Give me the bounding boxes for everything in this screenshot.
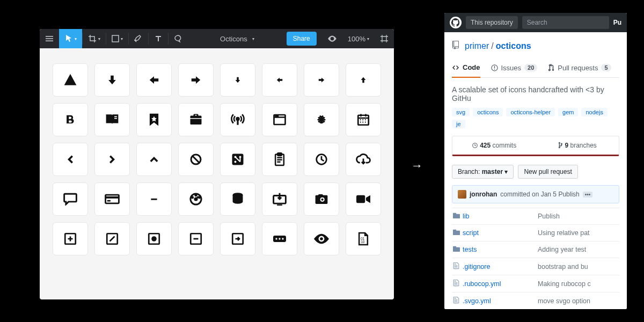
dashboard-icon[interactable] xyxy=(178,182,214,216)
arrow-down-icon[interactable] xyxy=(94,63,130,97)
svg-point-38 xyxy=(279,238,280,239)
commit-msg: Making rubocop c xyxy=(538,280,618,288)
briefcase-icon[interactable] xyxy=(178,103,214,136)
text-tool[interactable] xyxy=(149,29,168,48)
topic-chip[interactable]: octicons xyxy=(473,108,503,116)
arrow-small-right-icon[interactable] xyxy=(304,63,339,97)
desktop-download-icon[interactable] xyxy=(262,182,297,216)
layout-grid-icon[interactable] xyxy=(375,29,394,48)
file-name[interactable]: .gitignore xyxy=(463,263,538,270)
branch-selector[interactable]: Branch: master ▾ xyxy=(452,165,514,179)
svg-point-6 xyxy=(275,115,276,116)
arrow-right-icon[interactable] xyxy=(178,63,214,97)
cloud-download-icon[interactable] xyxy=(346,143,381,176)
bug-icon[interactable] xyxy=(304,103,339,136)
diff-added-icon[interactable] xyxy=(53,222,88,255)
chevron-left-icon[interactable] xyxy=(53,143,88,176)
pointer-tool[interactable]: ▾ xyxy=(59,29,82,48)
file-row[interactable]: .rubocop.ymlMaking rubocop c xyxy=(452,275,619,292)
file-name[interactable]: script xyxy=(463,229,538,237)
circuit-board-icon[interactable] xyxy=(220,143,255,176)
circle-slash-icon[interactable] xyxy=(178,143,214,176)
diff-renamed-icon[interactable] xyxy=(220,222,255,255)
topic-chip[interactable]: je xyxy=(452,120,465,128)
tab-code[interactable]: Code xyxy=(452,59,480,78)
ellipsis-icon[interactable]: ••• xyxy=(583,192,593,197)
file-list: libPublishscriptUsing relative pattestsA… xyxy=(452,208,619,309)
svg-point-37 xyxy=(275,238,277,239)
topic-chip[interactable]: gem xyxy=(558,108,578,116)
clippy-icon[interactable] xyxy=(262,143,297,176)
tab-pulls[interactable]: Pull requests5 xyxy=(548,59,611,77)
nav-link[interactable]: Pu xyxy=(613,19,621,26)
svg-point-22 xyxy=(195,195,196,196)
svg-rect-44 xyxy=(494,65,494,68)
device-camera-icon[interactable] xyxy=(304,182,339,216)
book-icon[interactable] xyxy=(94,103,130,136)
dash-icon[interactable] xyxy=(136,182,172,216)
credit-card-icon[interactable] xyxy=(94,182,130,216)
file-row[interactable]: libPublish xyxy=(452,208,619,224)
new-pr-button[interactable]: New pull request xyxy=(518,165,577,179)
arrow-small-down-icon[interactable] xyxy=(220,63,255,97)
svg-rect-16 xyxy=(277,153,282,156)
file-name[interactable]: lib xyxy=(463,213,538,220)
file-name[interactable]: .rubocop.yml xyxy=(463,280,538,288)
latest-commit[interactable]: jonrohan committed on Jan 5 Publish ••• xyxy=(452,185,619,203)
topic-chip[interactable]: nodejs xyxy=(581,108,607,116)
owner-link[interactable]: primer xyxy=(465,41,489,51)
file-name[interactable]: .svgo.yml xyxy=(463,297,538,305)
search-input[interactable] xyxy=(522,16,609,29)
broadcast-icon[interactable] xyxy=(220,103,255,136)
file-row[interactable]: scriptUsing relative pat xyxy=(452,224,619,241)
scope-selector[interactable]: This repository xyxy=(466,16,518,29)
svg-point-40 xyxy=(320,237,323,240)
commit-msg: bootstrap and bu xyxy=(538,263,618,270)
crop-tool[interactable]: ▾ xyxy=(83,29,106,48)
design-toolbar: ▾ ▾ ▾ Octicons▾ Share 100%▾ xyxy=(40,29,394,48)
device-camera-video-icon[interactable] xyxy=(346,182,381,216)
arrow-small-left-icon[interactable] xyxy=(262,63,297,97)
commits-stat[interactable]: 425 commits xyxy=(452,136,536,155)
comment-tool[interactable] xyxy=(169,29,188,48)
arrow-small-up-icon[interactable] xyxy=(346,63,381,97)
diff-removed-icon[interactable] xyxy=(178,222,214,255)
zoom-control[interactable]: 100%▾ xyxy=(342,29,375,48)
preview-icon[interactable] xyxy=(322,29,342,48)
database-icon[interactable] xyxy=(220,182,255,216)
github-logo-icon[interactable] xyxy=(450,17,462,28)
repo-link[interactable]: octicons xyxy=(496,41,531,51)
clock-icon[interactable] xyxy=(304,143,339,176)
diff-ignored-icon[interactable] xyxy=(94,222,130,255)
file-row[interactable]: .svgo.ymlmove svgo option xyxy=(452,292,619,309)
folder-icon xyxy=(453,229,463,237)
shape-tool[interactable]: ▾ xyxy=(106,29,128,48)
calendar-icon[interactable] xyxy=(346,103,381,136)
bold-icon[interactable] xyxy=(53,103,88,136)
file-binary-icon[interactable]: 0110 xyxy=(346,222,381,255)
tab-issues[interactable]: Issues20 xyxy=(491,59,538,77)
file-row[interactable]: .gitignorebootstrap and bu xyxy=(452,258,619,275)
chevron-up-icon[interactable] xyxy=(136,143,172,176)
topic-chip[interactable]: svg xyxy=(452,108,470,116)
comment-icon[interactable] xyxy=(53,182,88,216)
hamburger-icon[interactable] xyxy=(40,29,59,48)
svg-rect-18 xyxy=(106,195,119,203)
file-row[interactable]: testsAdding year test xyxy=(452,241,619,258)
chevron-right-icon[interactable] xyxy=(94,143,130,176)
ellipsis-icon[interactable] xyxy=(262,222,297,255)
topic-chip[interactable]: octicons-helper xyxy=(506,108,555,116)
diff-modified-icon[interactable] xyxy=(136,222,172,255)
bookmark-icon[interactable] xyxy=(136,103,172,136)
commit-msg: move svgo option xyxy=(538,297,618,305)
file-name[interactable]: tests xyxy=(463,246,538,253)
eye-icon[interactable] xyxy=(304,222,339,255)
share-button[interactable]: Share xyxy=(287,32,317,46)
pen-tool[interactable] xyxy=(129,29,148,48)
svg-point-14 xyxy=(235,161,237,163)
branches-stat[interactable]: 9 branches xyxy=(536,136,619,155)
file-title[interactable]: Octicons▾ xyxy=(214,35,261,43)
browser-icon[interactable] xyxy=(262,103,297,136)
arrow-left-icon[interactable] xyxy=(136,63,172,97)
alert-icon[interactable] xyxy=(53,63,88,97)
